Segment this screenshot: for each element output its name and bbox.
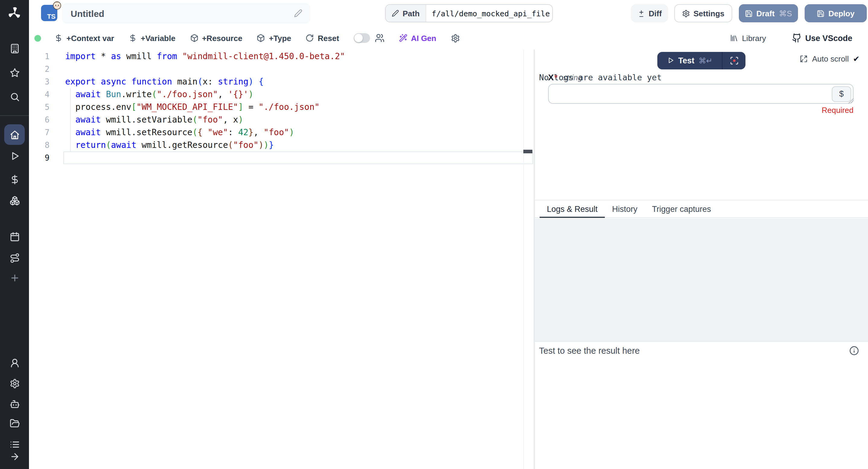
auto-scroll-control[interactable]: Auto scroll ✔ <box>800 54 860 63</box>
rotate-icon <box>306 34 314 42</box>
add-type-label: +Type <box>269 33 291 42</box>
logs-panel <box>535 219 868 342</box>
path-value: f/all/demo_mocked_api_file <box>426 5 553 22</box>
sidebar-star-icon[interactable] <box>9 67 20 77</box>
dollar-icon <box>129 34 137 42</box>
deploy-button[interactable]: Deploy <box>805 4 867 22</box>
library-icon <box>730 34 738 42</box>
sidebar-home-icon[interactable] <box>9 129 20 140</box>
editor-settings-gear-icon[interactable] <box>451 33 460 42</box>
code-text: export async function main(x: string) { <box>65 75 264 88</box>
tab-history[interactable]: History <box>605 200 645 217</box>
code-line-8[interactable]: 8 return(await wmill.getResource("foo"))… <box>29 139 534 152</box>
sidebar-plus-icon[interactable] <box>9 273 20 283</box>
ai-gen-button[interactable]: AI Gen <box>399 33 436 42</box>
sidebar-divider <box>0 115 29 116</box>
edit-path-icon <box>392 10 399 17</box>
tab-label: History <box>612 204 638 213</box>
sidebar-list-icon[interactable] <box>9 439 20 449</box>
sidebar-dollar-icon[interactable] <box>9 174 20 184</box>
argument-input[interactable] <box>548 84 854 104</box>
expand-icon[interactable] <box>800 55 808 63</box>
script-title-field[interactable]: Untitled <box>62 3 310 24</box>
edit-title-icon[interactable] <box>294 9 302 18</box>
use-vscode-label: Use VScode <box>805 33 852 42</box>
sidebar-user-icon[interactable] <box>9 357 20 368</box>
code-line-1[interactable]: 1import * as wmill from "windmill-client… <box>29 50 534 63</box>
typescript-language-icon: TS <box>41 5 57 21</box>
line-number: 1 <box>29 50 50 63</box>
line-number: 4 <box>29 88 50 101</box>
add-variable-button[interactable]: +Variable <box>129 33 175 42</box>
package-icon <box>190 34 198 42</box>
editor-scrollbar[interactable] <box>523 50 524 469</box>
windmill-logo-icon[interactable] <box>7 6 22 21</box>
add-type-button[interactable]: +Type <box>257 33 291 42</box>
path-control[interactable]: Path f/all/demo_mocked_api_file <box>385 4 553 22</box>
run-panel: Test ⌘↵ X * string $ Required Logs & Res… <box>534 50 868 469</box>
deploy-label: Deploy <box>829 9 855 18</box>
path-edit-button[interactable]: Path <box>386 5 426 22</box>
tab-trigger-captures[interactable]: Trigger captures <box>645 200 718 217</box>
play-icon <box>667 57 674 64</box>
settings-button[interactable]: Settings <box>674 4 732 22</box>
editor-toolbar: +Context var +Variable +Resource +Type R… <box>29 27 868 50</box>
ai-gen-label: AI Gen <box>411 33 436 42</box>
status-ready-dot <box>34 35 41 41</box>
reset-button[interactable]: Reset <box>306 33 339 42</box>
sidebar-search-icon[interactable] <box>9 91 20 102</box>
info-icon[interactable] <box>849 346 859 355</box>
users-icon <box>375 33 384 43</box>
diff-button[interactable]: Diff <box>631 4 668 22</box>
sidebar-play-icon[interactable] <box>9 151 20 161</box>
line-number: 7 <box>29 126 50 139</box>
code-text: process.env["WM_MOCKED_API_FILE"] = "./f… <box>65 101 320 114</box>
settings-label: Settings <box>693 9 725 18</box>
use-vscode-button[interactable]: Use VScode <box>792 33 852 43</box>
code-line-4[interactable]: 4 await Bun.write("./foo.json", '{}') <box>29 88 534 101</box>
vscode-github-icon <box>792 33 802 43</box>
sidebar-bot-icon[interactable] <box>9 399 20 409</box>
line-number: 2 <box>29 63 50 75</box>
scan-record-icon <box>730 56 739 65</box>
check-icon[interactable]: ✔ <box>853 54 860 63</box>
library-label: Library <box>742 33 766 42</box>
code-line-2[interactable]: 2 <box>29 63 534 75</box>
line-number: 8 <box>29 139 50 152</box>
tab-logs-result[interactable]: Logs & Result <box>539 200 605 217</box>
sidebar-boxes-icon[interactable] <box>9 195 20 206</box>
code-line-7[interactable]: 7 await wmill.setResource({ "we": 42}, "… <box>29 126 534 139</box>
diff-label: Diff <box>649 9 661 18</box>
draft-button[interactable]: Draft ⌘S <box>739 4 798 22</box>
sidebar-route-icon[interactable] <box>9 253 20 263</box>
code-line-5[interactable]: 5 process.env["WM_MOCKED_API_FILE"] = ".… <box>29 101 534 114</box>
required-hint: Required <box>548 106 854 115</box>
add-resource-button[interactable]: +Resource <box>190 33 242 42</box>
add-context-var-button[interactable]: +Context var <box>54 33 114 42</box>
line-number: 5 <box>29 101 50 114</box>
sidebar-folder-open-icon[interactable] <box>9 418 20 428</box>
windmill-script-editor: TS Untitled Path f/all/demo_mocked_api_f… <box>0 0 868 469</box>
script-title: Untitled <box>71 8 294 19</box>
resize-handle-icon[interactable] <box>848 98 854 104</box>
sidebar-building-icon[interactable] <box>9 43 20 54</box>
code-editor[interactable]: 1import * as wmill from "windmill-client… <box>29 50 534 469</box>
code-line-3[interactable]: 3export async function main(x: string) { <box>29 75 534 88</box>
header: TS Untitled Path f/all/demo_mocked_api_f… <box>29 0 868 27</box>
library-button[interactable]: Library <box>730 33 766 42</box>
typescript-label: TS <box>47 13 56 20</box>
sidebar-arrow-right-icon[interactable] <box>9 451 20 462</box>
code-line-6[interactable]: 6 await wmill.setVariable("foo", x) <box>29 114 534 126</box>
sidebar-calendar-icon[interactable] <box>9 231 20 242</box>
capture-button[interactable] <box>722 52 745 69</box>
sidebar-settings-icon[interactable] <box>9 378 20 388</box>
dollar-button-label: $ <box>839 89 843 98</box>
multiplayer-toggle[interactable] <box>354 33 370 43</box>
auto-scroll-label: Auto scroll <box>812 54 849 63</box>
tab-label: Trigger captures <box>652 204 711 213</box>
toggle-knob <box>354 34 363 42</box>
test-shortcut: ⌘↵ <box>699 56 713 65</box>
code-text: await Bun.write("./foo.json", '{}') <box>65 88 253 101</box>
test-button[interactable]: Test ⌘↵ <box>657 52 722 69</box>
path-label: Path <box>403 9 420 18</box>
